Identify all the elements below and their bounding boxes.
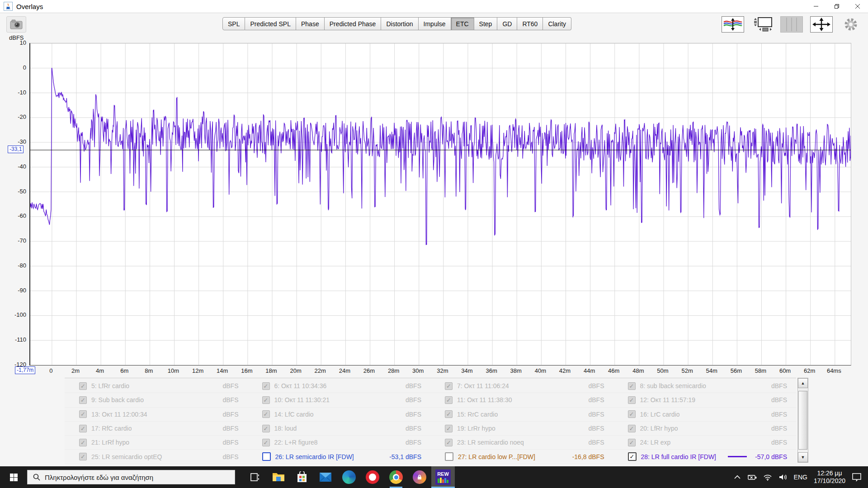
legend-entry[interactable]: ✓24: LR expdBFS [613, 436, 797, 450]
legend-entry[interactable]: ✓8: sub lback semicardiodBFS [613, 379, 797, 393]
tab-impulse[interactable]: Impulse [419, 17, 451, 30]
legend-entry[interactable]: ✓22: L+R figure8dBFS [248, 436, 431, 450]
legend-entry-label[interactable]: 23: LR semicardio noeq [457, 439, 524, 446]
legend-entry-label[interactable]: 17: RfC cardio [91, 425, 132, 432]
legend-entry-label[interactable]: 26: LR semicardio IR [FDW] [275, 453, 354, 460]
legend-checkbox[interactable]: ✓ [445, 410, 453, 418]
legend-entry-label[interactable]: 8: sub lback semicardio [640, 382, 706, 389]
scroll-down-icon[interactable]: ▼ [798, 452, 808, 462]
clock[interactable]: 12:26 μμ 17/10/2020 [814, 469, 845, 485]
pan-icon[interactable] [810, 16, 833, 33]
legend-checkbox[interactable]: ✓ [628, 425, 636, 432]
legend-entry[interactable]: 27: LR cardio low P...[FDW]-16,8 dBFS [430, 450, 613, 464]
wifi-icon[interactable] [763, 474, 772, 481]
legend-checkbox[interactable]: ✓ [79, 396, 87, 404]
search-input[interactable]: Πληκτρολογήστε εδώ για αναζήτηση [27, 470, 235, 484]
legend-checkbox[interactable]: ✓ [79, 382, 87, 390]
tab-rt60[interactable]: RT60 [517, 17, 543, 30]
legend-checkbox[interactable] [262, 452, 271, 461]
legend-entry-label[interactable]: 25: LR semicardio optEQ [91, 453, 162, 460]
legend-checkbox[interactable]: ✓ [628, 410, 636, 418]
legend-scrollbar[interactable]: ▲ ▼ [797, 378, 808, 463]
legend-entry-label[interactable]: 14: LfC cardio [274, 411, 314, 418]
legend-entry-label[interactable]: 10: Οκτ 11 11:30:21 [274, 396, 330, 404]
legend-checkbox[interactable]: ✓ [628, 452, 637, 461]
volume-icon[interactable] [778, 474, 788, 481]
legend-entry[interactable]: ✓19: LrRr hypodBFS [430, 422, 613, 436]
opera-icon[interactable] [361, 466, 384, 488]
legend-checkbox[interactable]: ✓ [628, 396, 636, 404]
legend-entry[interactable]: ✓25: LR semicardio optEQdBFS [65, 450, 248, 464]
legend-entry[interactable]: ✓23: LR semicardio noeqdBFS [430, 436, 613, 450]
settings-gear-icon[interactable] [840, 17, 862, 32]
legend-entry-label[interactable]: 22: L+R figure8 [274, 439, 318, 446]
legend-entry-label[interactable]: 12: Οκτ 11 11:57:19 [640, 396, 696, 404]
legend-entry[interactable]: 26: LR semicardio IR [FDW]-53,1 dBFS [248, 450, 431, 464]
tab-step[interactable]: Step [474, 17, 498, 30]
legend-entry-label[interactable]: 9: Sub back cardio [91, 396, 144, 404]
legend-entry[interactable]: ✓21: LrRf hypodBFS [65, 436, 248, 450]
trace-limits-icon[interactable] [722, 16, 744, 33]
etc-plot-area[interactable] [29, 43, 851, 366]
legend-entry[interactable]: ✓11: Οκτ 11 11:38:30dBFS [430, 393, 613, 407]
edge-icon[interactable] [337, 466, 361, 488]
tab-predicted-spl[interactable]: Predicted SPL [245, 17, 296, 30]
legend-entry[interactable]: ✓9: Sub back cardiodBFS [65, 393, 248, 407]
legend-checkbox[interactable]: ✓ [79, 425, 87, 432]
legend-checkbox[interactable]: ✓ [79, 453, 87, 460]
legend-entry[interactable]: ✓15: RrC cardiodBFS [430, 408, 613, 422]
minimize-button[interactable] [806, 0, 826, 13]
legend-entry-label[interactable]: 7: Οκτ 11 11:06:24 [457, 382, 509, 389]
legend-checkbox[interactable]: ✓ [628, 439, 636, 446]
legend-entry[interactable]: ✓12: Οκτ 11 11:57:19dBFS [613, 393, 797, 407]
legend-checkbox[interactable]: ✓ [262, 439, 270, 446]
legend-checkbox[interactable] [445, 452, 453, 461]
tab-predicted-phase[interactable]: Predicted Phase [325, 17, 382, 30]
legend-checkbox[interactable]: ✓ [445, 396, 453, 404]
language-indicator[interactable]: ENG [794, 474, 807, 481]
legend-entry-label[interactable]: 16: LrC cardio [640, 411, 680, 418]
scroll-up-icon[interactable]: ▲ [798, 378, 808, 388]
tab-phase[interactable]: Phase [296, 17, 325, 30]
tab-etc[interactable]: ETC [451, 17, 474, 30]
cursor-level-readout[interactable]: -33,1 [8, 145, 24, 153]
power-plug-icon[interactable] [747, 474, 757, 480]
legend-checkbox[interactable]: ✓ [445, 425, 453, 432]
tab-gd[interactable]: GD [497, 17, 517, 30]
cursor-time-readout[interactable]: -1,77m [15, 366, 35, 374]
chrome-icon[interactable] [384, 466, 408, 488]
legend-checkbox[interactable]: ✓ [262, 410, 270, 418]
start-button[interactable] [0, 466, 27, 488]
legend-entry[interactable]: ✓10: Οκτ 11 11:30:21dBFS [248, 393, 431, 407]
legend-entry-label[interactable]: 27: LR cardio low P...[FDW] [458, 453, 535, 460]
mail-icon[interactable] [314, 466, 337, 488]
tab-distortion[interactable]: Distortion [381, 17, 418, 30]
legend-checkbox[interactable]: ✓ [262, 425, 270, 432]
task-view-button[interactable] [243, 466, 267, 488]
close-button[interactable] [847, 0, 868, 13]
legend-entry-label[interactable]: 15: RrC cardio [457, 411, 498, 418]
action-center-icon[interactable] [852, 473, 862, 482]
tab-spl[interactable]: SPL [222, 17, 245, 30]
tray-expand-icon[interactable] [734, 475, 741, 479]
legend-checkbox[interactable]: ✓ [262, 382, 270, 390]
legend-entry-label[interactable]: 21: LrRf hypo [91, 439, 129, 446]
legend-entry[interactable]: ✓18: louddBFS [248, 422, 431, 436]
screen-limits-icon[interactable] [751, 17, 773, 32]
tab-clarity[interactable]: Clarity [543, 17, 571, 30]
rew-app-icon[interactable]: REW [431, 466, 455, 488]
legend-entry-label[interactable]: 19: LrRr hypo [457, 425, 495, 432]
file-explorer-icon[interactable] [267, 466, 290, 488]
legend-entry[interactable]: ✓5: LfRr cardiodBFS [65, 379, 248, 393]
legend-entry-label[interactable]: 24: LR exp [640, 439, 671, 446]
legend-entry-label[interactable]: 18: loud [274, 425, 297, 432]
capture-graph-button[interactable] [6, 16, 26, 33]
legend-entry[interactable]: ✓6: Οκτ 11 10:34:36dBFS [248, 379, 431, 393]
legend-checkbox[interactable]: ✓ [445, 439, 453, 446]
legend-entry[interactable]: ✓20: LfRr hypodBFS [613, 422, 797, 436]
legend-entry-label[interactable]: 20: LfRr hypo [640, 425, 678, 432]
legend-entry[interactable]: ✓17: RfC cardiodBFS [65, 422, 248, 436]
restore-button[interactable] [826, 0, 847, 13]
legend-entry[interactable]: ✓28: LR full cardio IR [FDW]-57,0 dBFS [613, 450, 797, 464]
legend-entry-label[interactable]: 5: LfRr cardio [91, 382, 129, 389]
